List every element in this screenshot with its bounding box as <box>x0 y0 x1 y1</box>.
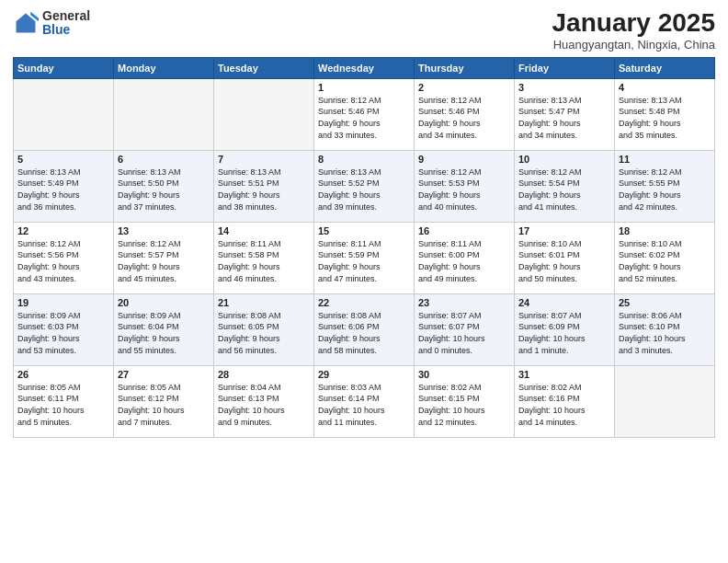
day-number: 15 <box>318 225 410 236</box>
day-number: 30 <box>418 369 510 380</box>
header: General Blue January 2025 Huangyangtan, … <box>13 9 715 52</box>
day-number: 13 <box>118 225 210 236</box>
table-row: 31Sunrise: 8:02 AMSunset: 6:16 PMDayligh… <box>515 365 615 437</box>
table-row: 6Sunrise: 8:13 AMSunset: 5:50 PMDaylight… <box>114 150 214 222</box>
day-number: 19 <box>17 297 109 308</box>
day-info: Sunrise: 8:13 AMSunset: 5:50 PMDaylight:… <box>118 167 210 213</box>
day-info: Sunrise: 8:11 AMSunset: 5:59 PMDaylight:… <box>318 238 410 284</box>
table-row: 19Sunrise: 8:09 AMSunset: 6:03 PMDayligh… <box>14 293 114 365</box>
day-info: Sunrise: 8:07 AMSunset: 6:09 PMDaylight:… <box>518 310 610 356</box>
day-number: 17 <box>518 225 610 236</box>
table-row <box>615 365 715 437</box>
day-info: Sunrise: 8:13 AMSunset: 5:47 PMDaylight:… <box>518 95 610 141</box>
day-number: 25 <box>619 297 711 308</box>
day-info: Sunrise: 8:12 AMSunset: 5:53 PMDaylight:… <box>418 167 510 213</box>
day-number: 14 <box>218 225 310 236</box>
table-row: 30Sunrise: 8:02 AMSunset: 6:15 PMDayligh… <box>415 365 515 437</box>
day-info: Sunrise: 8:04 AMSunset: 6:13 PMDaylight:… <box>218 382 310 428</box>
table-row: 23Sunrise: 8:07 AMSunset: 6:07 PMDayligh… <box>415 293 515 365</box>
col-monday: Monday <box>114 57 214 78</box>
table-row: 3Sunrise: 8:13 AMSunset: 5:47 PMDaylight… <box>515 78 615 150</box>
day-info: Sunrise: 8:08 AMSunset: 6:06 PMDaylight:… <box>318 310 410 356</box>
table-row: 15Sunrise: 8:11 AMSunset: 5:59 PMDayligh… <box>314 222 415 293</box>
day-number: 11 <box>619 154 711 165</box>
day-info: Sunrise: 8:10 AMSunset: 6:01 PMDaylight:… <box>518 238 610 284</box>
table-row <box>214 78 314 150</box>
day-number: 29 <box>318 369 410 380</box>
day-number: 12 <box>17 225 109 236</box>
day-info: Sunrise: 8:07 AMSunset: 6:07 PMDaylight:… <box>418 310 510 356</box>
day-info: Sunrise: 8:09 AMSunset: 6:03 PMDaylight:… <box>17 310 109 356</box>
calendar-week-row: 1Sunrise: 8:12 AMSunset: 5:46 PMDaylight… <box>14 78 715 150</box>
table-row: 18Sunrise: 8:10 AMSunset: 6:02 PMDayligh… <box>615 222 715 293</box>
day-number: 9 <box>418 154 510 165</box>
calendar-header-row: Sunday Monday Tuesday Wednesday Thursday… <box>14 57 715 78</box>
day-number: 27 <box>118 369 210 380</box>
day-info: Sunrise: 8:12 AMSunset: 5:46 PMDaylight:… <box>418 95 510 141</box>
day-info: Sunrise: 8:08 AMSunset: 6:05 PMDaylight:… <box>218 310 310 356</box>
table-row: 1Sunrise: 8:12 AMSunset: 5:46 PMDaylight… <box>314 78 415 150</box>
day-info: Sunrise: 8:09 AMSunset: 6:04 PMDaylight:… <box>118 310 210 356</box>
day-number: 16 <box>418 225 510 236</box>
table-row: 24Sunrise: 8:07 AMSunset: 6:09 PMDayligh… <box>515 293 615 365</box>
day-number: 6 <box>118 154 210 165</box>
day-number: 5 <box>17 154 109 165</box>
day-info: Sunrise: 8:02 AMSunset: 6:15 PMDaylight:… <box>418 382 510 428</box>
day-number: 20 <box>118 297 210 308</box>
table-row: 17Sunrise: 8:10 AMSunset: 6:01 PMDayligh… <box>515 222 615 293</box>
table-row: 22Sunrise: 8:08 AMSunset: 6:06 PMDayligh… <box>314 293 415 365</box>
logo-blue: Blue <box>42 23 90 37</box>
day-info: Sunrise: 8:06 AMSunset: 6:10 PMDaylight:… <box>619 310 711 356</box>
table-row: 12Sunrise: 8:12 AMSunset: 5:56 PMDayligh… <box>14 222 114 293</box>
col-thursday: Thursday <box>415 57 515 78</box>
day-info: Sunrise: 8:12 AMSunset: 5:57 PMDaylight:… <box>118 238 210 284</box>
day-number: 18 <box>619 225 711 236</box>
day-number: 23 <box>418 297 510 308</box>
day-number: 31 <box>518 369 610 380</box>
day-number: 3 <box>518 82 610 93</box>
logo: General Blue <box>13 9 90 38</box>
table-row <box>114 78 214 150</box>
day-info: Sunrise: 8:05 AMSunset: 6:11 PMDaylight:… <box>17 382 109 428</box>
table-row: 25Sunrise: 8:06 AMSunset: 6:10 PMDayligh… <box>615 293 715 365</box>
table-row: 7Sunrise: 8:13 AMSunset: 5:51 PMDaylight… <box>214 150 314 222</box>
day-number: 26 <box>17 369 109 380</box>
table-row: 5Sunrise: 8:13 AMSunset: 5:49 PMDaylight… <box>14 150 114 222</box>
day-number: 8 <box>318 154 410 165</box>
day-number: 28 <box>218 369 310 380</box>
day-info: Sunrise: 8:12 AMSunset: 5:55 PMDaylight:… <box>619 167 711 213</box>
table-row: 16Sunrise: 8:11 AMSunset: 6:00 PMDayligh… <box>415 222 515 293</box>
title-block: January 2025 Huangyangtan, Ningxia, Chin… <box>552 9 715 52</box>
day-info: Sunrise: 8:10 AMSunset: 6:02 PMDaylight:… <box>619 238 711 284</box>
day-info: Sunrise: 8:05 AMSunset: 6:12 PMDaylight:… <box>118 382 210 428</box>
day-info: Sunrise: 8:12 AMSunset: 5:46 PMDaylight:… <box>318 95 410 141</box>
calendar-week-row: 26Sunrise: 8:05 AMSunset: 6:11 PMDayligh… <box>14 365 715 437</box>
table-row: 20Sunrise: 8:09 AMSunset: 6:04 PMDayligh… <box>114 293 214 365</box>
day-info: Sunrise: 8:13 AMSunset: 5:48 PMDaylight:… <box>619 95 711 141</box>
col-saturday: Saturday <box>615 57 715 78</box>
day-info: Sunrise: 8:02 AMSunset: 6:16 PMDaylight:… <box>518 382 610 428</box>
day-number: 7 <box>218 154 310 165</box>
calendar-week-row: 5Sunrise: 8:13 AMSunset: 5:49 PMDaylight… <box>14 150 715 222</box>
table-row: 10Sunrise: 8:12 AMSunset: 5:54 PMDayligh… <box>515 150 615 222</box>
day-info: Sunrise: 8:13 AMSunset: 5:51 PMDaylight:… <box>218 167 310 213</box>
col-wednesday: Wednesday <box>314 57 415 78</box>
day-number: 4 <box>619 82 711 93</box>
col-sunday: Sunday <box>14 57 114 78</box>
location: Huangyangtan, Ningxia, China <box>552 38 715 52</box>
day-number: 24 <box>518 297 610 308</box>
col-friday: Friday <box>515 57 615 78</box>
table-row: 14Sunrise: 8:11 AMSunset: 5:58 PMDayligh… <box>214 222 314 293</box>
day-info: Sunrise: 8:11 AMSunset: 6:00 PMDaylight:… <box>418 238 510 284</box>
day-info: Sunrise: 8:13 AMSunset: 5:49 PMDaylight:… <box>17 167 109 213</box>
table-row <box>14 78 114 150</box>
day-number: 22 <box>318 297 410 308</box>
table-row: 4Sunrise: 8:13 AMSunset: 5:48 PMDaylight… <box>615 78 715 150</box>
logo-text: General Blue <box>42 9 90 38</box>
day-info: Sunrise: 8:13 AMSunset: 5:52 PMDaylight:… <box>318 167 410 213</box>
table-row: 26Sunrise: 8:05 AMSunset: 6:11 PMDayligh… <box>14 365 114 437</box>
table-row: 29Sunrise: 8:03 AMSunset: 6:14 PMDayligh… <box>314 365 415 437</box>
calendar-week-row: 12Sunrise: 8:12 AMSunset: 5:56 PMDayligh… <box>14 222 715 293</box>
table-row: 27Sunrise: 8:05 AMSunset: 6:12 PMDayligh… <box>114 365 214 437</box>
table-row: 2Sunrise: 8:12 AMSunset: 5:46 PMDaylight… <box>415 78 515 150</box>
